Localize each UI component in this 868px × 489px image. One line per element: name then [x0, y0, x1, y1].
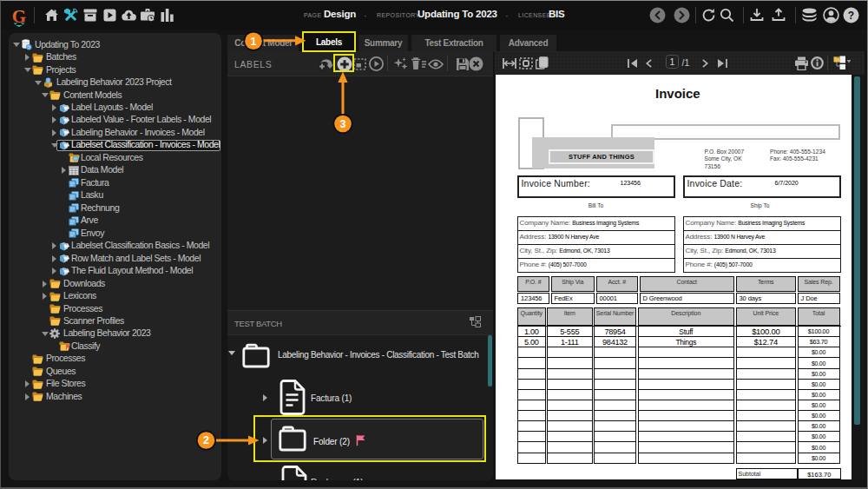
svg-text:1: 1 — [251, 36, 257, 48]
svg-text:2: 2 — [203, 434, 209, 446]
svg-text:3: 3 — [340, 118, 346, 130]
